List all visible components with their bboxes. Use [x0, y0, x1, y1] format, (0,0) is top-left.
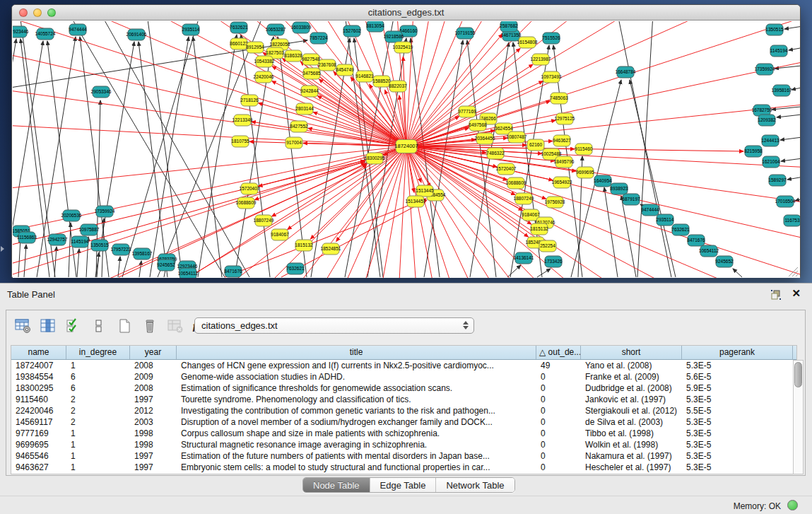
- column-header-title[interactable]: title: [177, 346, 536, 359]
- table-cell[interactable]: 5.3E-5: [682, 428, 793, 439]
- table-cell[interactable]: 5.3E-5: [682, 439, 793, 450]
- column-header-short[interactable]: short: [581, 346, 682, 359]
- tab-edge-table[interactable]: Edge Table: [370, 478, 437, 492]
- float-panel-icon[interactable]: [770, 288, 782, 301]
- table-cell[interactable]: Disruption of a novel member of a sodium…: [177, 416, 536, 428]
- close-panel-icon[interactable]: ✕: [792, 287, 801, 300]
- citation-edge-black[interactable]: [24, 245, 26, 277]
- citation-edge-black[interactable]: [158, 21, 264, 277]
- table-cell[interactable]: 5.3E-5: [682, 360, 793, 371]
- citation-edge-black[interactable]: [618, 21, 671, 277]
- column-header-name[interactable]: name: [11, 346, 66, 359]
- citation-edge-black[interactable]: [792, 86, 800, 90]
- citation-edge-black[interactable]: [784, 25, 800, 29]
- table-cell[interactable]: 5.6E-5: [682, 371, 793, 382]
- table-cell[interactable]: 1997: [130, 462, 177, 473]
- table-cell[interactable]: 2008: [130, 360, 177, 371]
- table-cell[interactable]: 1998: [130, 439, 177, 450]
- table-cell[interactable]: Tourette syndrome. Phenomenology and cla…: [177, 394, 536, 405]
- citation-edge-red[interactable]: [259, 146, 406, 187]
- column-header-year[interactable]: year: [130, 346, 177, 359]
- table-cell[interactable]: 9699695: [11, 439, 66, 450]
- table-cell[interactable]: Hescheler et al. (1997): [581, 462, 682, 473]
- column-visibility-icon[interactable]: [39, 317, 57, 335]
- table-row[interactable]: 2242004622012Investigating the contribut…: [11, 405, 796, 416]
- citation-edge-black[interactable]: [507, 265, 521, 277]
- table-cell[interactable]: 0: [536, 462, 581, 473]
- table-cell[interactable]: Investigating the contribution of common…: [177, 405, 536, 416]
- table-cell[interactable]: 0: [536, 371, 581, 382]
- table-cell[interactable]: 9465546: [11, 450, 66, 462]
- window-resize-grip-icon[interactable]: [796, 274, 798, 276]
- citation-edge-black[interactable]: [18, 238, 20, 277]
- table-cell[interactable]: Estimation of the future numbers of pati…: [177, 450, 536, 462]
- new-column-icon[interactable]: [115, 317, 134, 335]
- table-cell[interactable]: 1: [66, 439, 130, 450]
- citation-edge-black[interactable]: [345, 21, 380, 277]
- table-row[interactable]: 1830029562008Estimation of significance …: [11, 382, 796, 394]
- table-cell[interactable]: Jankovic et al. (1997): [581, 394, 682, 405]
- table-cell[interactable]: 0: [536, 405, 581, 416]
- citation-edge-black[interactable]: [795, 197, 800, 201]
- table-cell[interactable]: 22420046: [11, 405, 66, 416]
- table-cell[interactable]: 5.3E-5: [682, 462, 793, 473]
- table-cell[interactable]: 1: [66, 360, 130, 371]
- table-cell[interactable]: Dudbridge et al. (2008): [581, 382, 682, 394]
- table-row[interactable]: 977716911998Corpus callosum shape and si…: [11, 428, 796, 439]
- table-cell[interactable]: 18300295: [11, 382, 66, 394]
- table-cell[interactable]: Estimation of significance thresholds fo…: [177, 382, 536, 394]
- table-cell[interactable]: Tibbo et al. (1998): [581, 428, 682, 439]
- table-cell[interactable]: 19384554: [11, 371, 66, 382]
- citation-edge-black[interactable]: [139, 261, 141, 277]
- table-cell[interactable]: 2: [66, 416, 130, 428]
- table-cell[interactable]: 1998: [130, 428, 177, 439]
- table-cell[interactable]: 1: [66, 450, 130, 462]
- tab-node-table[interactable]: Node Table: [303, 478, 370, 492]
- minimize-window-button[interactable]: [33, 8, 42, 17]
- table-row[interactable]: 946362711997Embryonic stem cells: a mode…: [11, 462, 796, 473]
- table-cell[interactable]: Embryonic stem cells: a model to study s…: [177, 462, 536, 473]
- window-titlebar[interactable]: citations_edges.txt: [12, 5, 800, 21]
- table-cell[interactable]: Structural magnetic resonance image aver…: [177, 439, 536, 450]
- table-row[interactable]: 911546021997Tourette syndrome. Phenomeno…: [11, 394, 796, 405]
- citation-edge-black[interactable]: [101, 21, 249, 277]
- network-view[interactable]: 1292344614055724947444420691406293511476…: [13, 21, 800, 278]
- table-cell[interactable]: 2008: [130, 382, 177, 394]
- table-cell[interactable]: Wolkin et al. (1998): [581, 439, 682, 450]
- citation-edge-black[interactable]: [537, 269, 551, 277]
- table-cell[interactable]: 6: [66, 382, 130, 394]
- table-cell[interactable]: 18724007: [11, 360, 66, 371]
- table-mode-icon[interactable]: [13, 317, 32, 335]
- citation-edge-black[interactable]: [604, 187, 618, 277]
- table-cell[interactable]: 2: [66, 405, 130, 416]
- table-cell[interactable]: de Silva et al. (2003): [581, 416, 682, 428]
- table-cell[interactable]: 9777169: [11, 428, 66, 439]
- table-cell[interactable]: Nakamura et al. (1997): [581, 450, 682, 462]
- table-cell[interactable]: 0: [536, 450, 581, 462]
- citation-edge-red[interactable]: [406, 146, 553, 180]
- row-selection-icon[interactable]: [64, 317, 83, 335]
- table-cell[interactable]: 2012: [130, 405, 177, 416]
- table-vertical-scrollbar[interactable]: [793, 360, 804, 474]
- table-cell[interactable]: 5.3E-5: [682, 450, 793, 462]
- table-row[interactable]: 1938455462009Genome-wide association stu…: [11, 371, 796, 382]
- table-cell[interactable]: 5.9E-5: [682, 382, 793, 394]
- table-cell[interactable]: 2009: [130, 371, 177, 382]
- table-selector-dropdown[interactable]: citations_edges.txt: [194, 317, 474, 334]
- column-header-pagerank[interactable]: pagerank: [682, 346, 793, 359]
- citation-edge-black[interactable]: [787, 176, 800, 180]
- table-row[interactable]: 1872400712008Changes of HCN gene express…: [11, 360, 796, 371]
- column-header-out_de[interactable]: △ out_de...: [536, 346, 581, 359]
- table-cell[interactable]: 0: [536, 439, 581, 450]
- table-cell[interactable]: 5.3E-5: [682, 416, 793, 428]
- table-cell[interactable]: 0: [536, 382, 581, 394]
- table-cell[interactable]: 0: [536, 394, 581, 405]
- table-cell[interactable]: 5.3E-5: [682, 394, 793, 405]
- table-cell[interactable]: 0: [536, 416, 581, 428]
- citation-edge-black[interactable]: [789, 47, 800, 50]
- zoom-window-button[interactable]: [47, 8, 56, 17]
- citation-edge-red[interactable]: [225, 199, 426, 277]
- table-cell[interactable]: 14569117: [11, 416, 66, 428]
- citation-edge-black[interactable]: [621, 196, 636, 277]
- citation-edge-red[interactable]: [406, 34, 502, 146]
